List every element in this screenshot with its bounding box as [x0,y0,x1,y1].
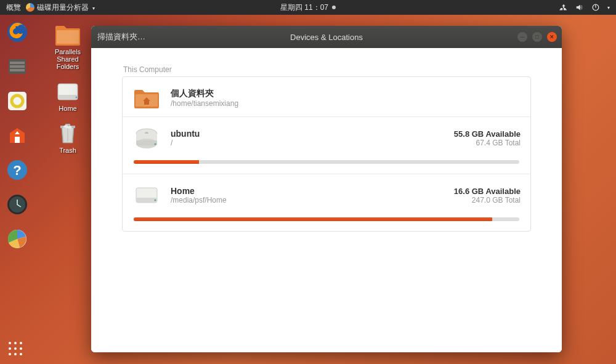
drive-row-psf-home[interactable]: Home /media/psf/Home 16.6 GB Available 2… [123,174,530,231]
drives-panel: 個人資料夾 /home/tiansemixiang [122,76,531,232]
svg-text:?: ? [13,163,21,178]
desktop-icons: Parallels Shared Folders Home Trash [43,22,92,154]
drive-path: / [171,139,444,147]
chevron-down-icon [91,3,95,12]
disk-icon [132,126,161,150]
drive-path: /media/psf/Home [171,196,444,204]
svg-rect-4 [10,65,25,68]
volume-icon [575,3,584,12]
power-icon [591,3,600,12]
dock-software[interactable] [5,123,30,148]
dock-firefox[interactable] [5,20,30,44]
svg-rect-23 [136,140,157,145]
titlebar[interactable]: 掃描資料夾… Devices & Locations ─ □ ✕ [91,26,562,48]
section-label: This Computer [123,65,531,74]
top-panel: 概覽 磁碟用量分析器 星期四 11：07 ▾ [0,0,616,15]
chevron-down-icon: ▾ [607,5,610,10]
drive-row-home-folder[interactable]: 個人資料夾 /home/tiansemixiang [123,77,530,117]
drive-name: Home [171,186,444,196]
show-applications-button[interactable] [9,342,23,357]
window-title: Devices & Locations [290,33,363,42]
drive-row-ubuntu[interactable]: ubuntu / 55.8 GB Available 67.4 GB Total [123,117,530,174]
drive-total: 67.4 GB Total [454,139,521,147]
svg-rect-15 [58,95,78,100]
dock-rhythmbox[interactable] [5,89,30,113]
minimize-button[interactable]: ─ [517,32,527,42]
drive-path: /home/tiansemixiang [171,99,511,108]
desktop-trash[interactable]: Trash [54,121,81,154]
disk-icon [132,183,161,208]
svg-rect-13 [57,30,79,44]
svg-rect-5 [10,69,25,71]
svg-point-27 [155,200,156,201]
dock-files[interactable] [5,54,30,79]
folder-home-icon [132,86,161,110]
usage-bar [134,160,519,164]
activities-button[interactable]: 概覽 [6,2,21,13]
disk-usage-window: 掃描資料夾… Devices & Locations ─ □ ✕ This Co… [91,26,562,352]
drive-available: 16.6 GB Available [454,187,521,196]
usage-fill [134,217,492,221]
clock-area[interactable]: 星期四 11：07 [280,2,336,13]
dock-disk-usage[interactable] [5,227,30,251]
system-tray[interactable]: ▾ [559,3,610,12]
network-icon [559,3,568,12]
dock-help[interactable]: ? [5,158,30,182]
notification-dot-icon [332,6,336,9]
svg-rect-3 [10,62,25,64]
drive-name: 個人資料夾 [171,88,511,99]
disk-usage-icon [26,3,34,12]
svg-point-24 [155,144,156,145]
svg-point-16 [76,97,78,99]
dock-clock[interactable] [5,192,30,217]
usage-fill [134,160,199,164]
drive-available: 55.8 GB Available [454,129,521,139]
dock: ? [0,15,34,364]
app-menu[interactable]: 磁碟用量分析器 [26,2,95,13]
scan-folder-button[interactable]: 掃描資料夾… [97,32,145,41]
window-content: This Computer 個人資料夾 /home/tiansemixiang [91,48,562,352]
maximize-button[interactable]: □ [532,32,542,42]
drive-total: 247.0 GB Total [454,196,521,204]
drive-name: ubuntu [171,129,444,139]
svg-rect-26 [136,198,157,203]
close-button[interactable]: ✕ [547,32,557,42]
desktop-home-drive[interactable]: Home [54,79,81,112]
desktop-parallels-folder[interactable]: Parallels Shared Folders [54,22,81,70]
usage-bar [134,217,519,221]
